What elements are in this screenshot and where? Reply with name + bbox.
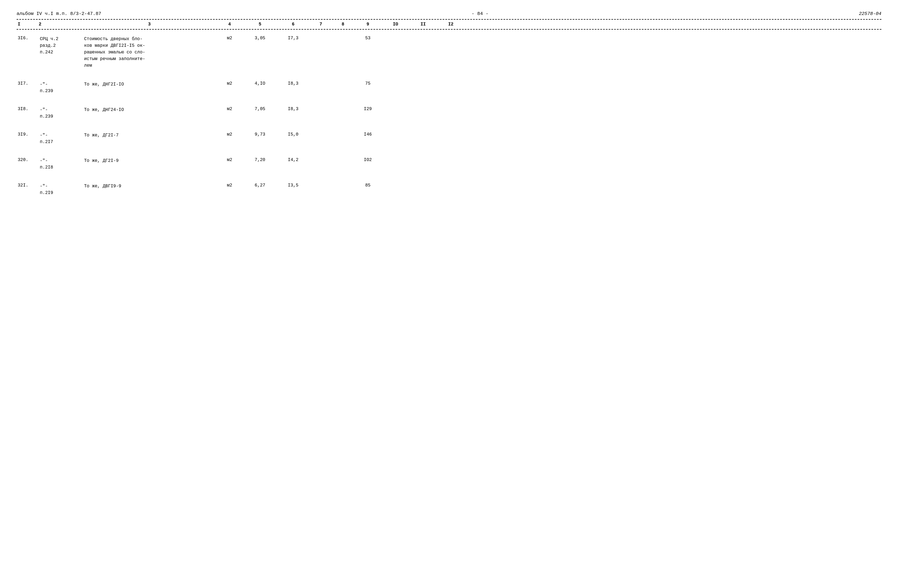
row-318-col4: м2 bbox=[216, 106, 243, 112]
row-317-col10 bbox=[382, 80, 409, 82]
row-319-col12 bbox=[437, 131, 464, 132]
col-header-1: I bbox=[17, 22, 39, 27]
row-320-col12 bbox=[437, 157, 464, 158]
row-319-ref: -"- п.2I7 bbox=[39, 131, 83, 146]
row-317-col5: 4,IO bbox=[243, 80, 277, 86]
col-header-3: 3 bbox=[83, 22, 216, 27]
row-320-col5: 7,20 bbox=[243, 157, 277, 163]
row-316-col5: 3,05 bbox=[243, 35, 277, 41]
row-318-col9: I29 bbox=[354, 106, 382, 112]
row-319-col10 bbox=[382, 131, 409, 132]
row-317-col11 bbox=[409, 80, 437, 82]
row-317-col8 bbox=[332, 80, 354, 82]
header-center: - 84 - bbox=[472, 11, 488, 16]
table-row: 3I6. СРЦ ч.2 разд.2 п.242 Стоимость двер… bbox=[17, 35, 881, 69]
row-321-col9: 85 bbox=[354, 182, 382, 188]
row-321-col11 bbox=[409, 182, 437, 183]
table-row: 3I8. -"- п.239 То же, ДНГ24-IO м2 7,05 I… bbox=[17, 106, 881, 120]
row-316-col12 bbox=[437, 35, 464, 36]
row-321-col12 bbox=[437, 182, 464, 183]
row-316-ref: СРЦ ч.2 разд.2 п.242 bbox=[39, 35, 83, 56]
row-316-col9: 53 bbox=[354, 35, 382, 41]
row-319-col5: 9,73 bbox=[243, 131, 277, 137]
row-318-col5: 7,05 bbox=[243, 106, 277, 112]
row-320-col9: IO2 bbox=[354, 157, 382, 163]
row-317-col7 bbox=[310, 80, 332, 82]
col-header-8: 8 bbox=[332, 22, 354, 27]
col-header-5: 5 bbox=[243, 22, 277, 27]
row-318-col11 bbox=[409, 106, 437, 107]
row-318-col8 bbox=[332, 106, 354, 107]
row-320-col6: I4,2 bbox=[277, 157, 310, 163]
row-320-col10 bbox=[382, 157, 409, 158]
row-319-col7 bbox=[310, 131, 332, 132]
col-header-6: 6 bbox=[277, 22, 310, 27]
row-320-col7 bbox=[310, 157, 332, 158]
header-right: 22578-04 bbox=[859, 11, 881, 16]
row-318-desc: То же, ДНГ24-IO bbox=[83, 106, 216, 114]
row-320-col8 bbox=[332, 157, 354, 158]
column-headers: I 2 3 4 5 6 7 8 9 IO II I2 bbox=[17, 20, 881, 29]
row-321-col8 bbox=[332, 182, 354, 183]
page-header: альбом IV ч.I m.п. 8/3-2-47.87 - 84 - 22… bbox=[17, 11, 881, 16]
row-319-col9: I46 bbox=[354, 131, 382, 137]
row-316-col4: м2 bbox=[216, 35, 243, 41]
row-321-num: 32I. bbox=[17, 182, 39, 188]
row-321-col7 bbox=[310, 182, 332, 183]
row-317-col12 bbox=[437, 80, 464, 82]
row-321-col10 bbox=[382, 182, 409, 183]
row-319-desc: То же, ДГ2I-7 bbox=[83, 131, 216, 139]
row-320-desc: То же, ДГ2I-9 bbox=[83, 157, 216, 165]
row-321-ref: -"- п.2I9 bbox=[39, 182, 83, 197]
header-left: альбом IV ч.I m.п. 8/3-2-47.87 bbox=[17, 11, 101, 16]
row-321-col6: I3,5 bbox=[277, 182, 310, 188]
row-318-ref: -"- п.239 bbox=[39, 106, 83, 120]
row-319-col11 bbox=[409, 131, 437, 132]
row-318-col10 bbox=[382, 106, 409, 107]
row-317-desc: То же, ДНГ2I-IO bbox=[83, 80, 216, 88]
col-header-7: 7 bbox=[310, 22, 332, 27]
header-bottom-border bbox=[17, 29, 881, 29]
row-318-col7 bbox=[310, 106, 332, 107]
row-317-num: 3I7. bbox=[17, 80, 39, 86]
row-316-col7 bbox=[310, 35, 332, 36]
row-319-col8 bbox=[332, 131, 354, 132]
col-header-10: IO bbox=[382, 22, 409, 27]
row-316-num: 3I6. bbox=[17, 35, 39, 41]
row-316-col10 bbox=[382, 35, 409, 36]
row-316-col6: I7,3 bbox=[277, 35, 310, 41]
row-318-num: 3I8. bbox=[17, 106, 39, 112]
row-320-num: 320. bbox=[17, 157, 39, 163]
row-321-col4: м2 bbox=[216, 182, 243, 188]
row-317-col9: 75 bbox=[354, 80, 382, 86]
row-317-col6: I8,3 bbox=[277, 80, 310, 86]
row-320-col11 bbox=[409, 157, 437, 158]
page-container: альбом IV ч.I m.п. 8/3-2-47.87 - 84 - 22… bbox=[17, 11, 881, 197]
col-header-11: II bbox=[409, 22, 437, 27]
row-318-col6: I8,3 bbox=[277, 106, 310, 112]
table-row: 3I7. -"- п.239 То же, ДНГ2I-IO м2 4,IO I… bbox=[17, 80, 881, 95]
row-319-col6: I5,0 bbox=[277, 131, 310, 137]
row-320-col4: м2 bbox=[216, 157, 243, 163]
table-row: 32I. -"- п.2I9 То же, ДВГI9-9 м2 6,27 I3… bbox=[17, 182, 881, 197]
row-321-col5: 6,27 bbox=[243, 182, 277, 188]
col-header-9: 9 bbox=[354, 22, 382, 27]
row-318-col12 bbox=[437, 106, 464, 107]
row-319-num: 3I9. bbox=[17, 131, 39, 137]
table-row: 320. -"- п.2I8 То же, ДГ2I-9 м2 7,20 I4,… bbox=[17, 157, 881, 171]
row-321-desc: То же, ДВГI9-9 bbox=[83, 182, 216, 190]
col-header-2: 2 bbox=[39, 22, 83, 27]
row-320-ref: -"- п.2I8 bbox=[39, 157, 83, 171]
row-319-col4: м2 bbox=[216, 131, 243, 137]
table-body: 3I6. СРЦ ч.2 разд.2 п.242 Стоимость двер… bbox=[17, 35, 881, 197]
row-316-desc: Стоимость дверных бло- ков марки ДВГI2I-… bbox=[83, 35, 216, 69]
row-316-col11 bbox=[409, 35, 437, 36]
col-header-12: I2 bbox=[437, 22, 464, 27]
row-317-col4: м2 bbox=[216, 80, 243, 86]
col-header-4: 4 bbox=[216, 22, 243, 27]
table-row: 3I9. -"- п.2I7 То же, ДГ2I-7 м2 9,73 I5,… bbox=[17, 131, 881, 146]
row-317-ref: -"- п.239 bbox=[39, 80, 83, 95]
row-316-col8 bbox=[332, 35, 354, 36]
